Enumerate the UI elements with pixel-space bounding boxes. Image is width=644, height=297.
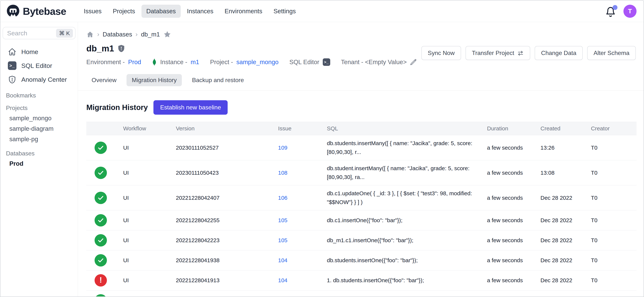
creator-cell: T0	[591, 135, 636, 160]
created-cell: 13:26	[540, 135, 591, 160]
status-icon: !	[94, 274, 107, 286]
nav-item[interactable]: Settings	[269, 5, 301, 18]
sync-now-button[interactable]: Sync Now	[422, 46, 461, 60]
sidebar-item-sql-editor[interactable]: >_ SQL Editor	[0, 59, 78, 73]
workflow-cell: UI	[123, 185, 176, 210]
nav-item[interactable]: Databases	[142, 5, 181, 18]
status-icon: !	[94, 142, 107, 154]
sidebar: ⌘ K Home >_ SQL Editor	[0, 22, 78, 296]
migration-heading: Migration History	[86, 103, 148, 112]
main-area: › Databases › db_m1 db_m1	[78, 22, 644, 296]
table-row: ! UI 20221228041913 104 1. db.students.i…	[86, 270, 636, 290]
search-input[interactable]	[7, 30, 56, 37]
sql-cell: db.c1.insertOne({"foo": "bar"});	[327, 210, 487, 230]
shield-alert-icon	[118, 45, 125, 52]
issue-link[interactable]: 109	[278, 145, 288, 151]
workflow-cell: UI	[123, 160, 176, 185]
status-icon: !	[94, 254, 107, 266]
column-header: Duration	[487, 122, 540, 135]
tab-item[interactable]: Backup and restore	[187, 74, 249, 86]
button-label: Transfer Project	[472, 50, 514, 57]
user-avatar[interactable]: T	[624, 5, 636, 18]
issue-link[interactable]: 104	[278, 257, 288, 263]
page-title: db_m1	[86, 43, 114, 54]
notification-bell-button[interactable]	[605, 6, 616, 17]
sidebar-item-label: Anomaly Center	[21, 76, 67, 83]
created-cell: Dec 28 2022	[540, 210, 591, 230]
database-env-item[interactable]: Prod	[0, 158, 78, 169]
shield-exclamation-icon	[8, 75, 16, 84]
column-header: Version	[176, 122, 278, 135]
instance-label: Instance -	[160, 59, 187, 66]
sql-cell: db.c1.updateOne( { _id: 3 }, [ { $set: {…	[327, 185, 487, 210]
creator-cell: T0	[591, 160, 636, 185]
sql-editor-link-label[interactable]: SQL Editor	[289, 59, 319, 66]
nav-item[interactable]: Environments	[220, 5, 267, 18]
table-row: ! UI 20221228042255 105 db.c1.insertOne(…	[86, 210, 636, 230]
duration-cell: a few seconds	[487, 210, 540, 230]
alter-schema-button[interactable]: Alter Schema	[587, 46, 636, 60]
duration-cell: a few seconds	[487, 290, 540, 297]
creator-cell: T0	[591, 185, 636, 210]
version-cell: 20221228035331	[176, 290, 278, 297]
project-item[interactable]: sample-diagram	[0, 123, 78, 134]
detail-tabs: Overview Migration History Backup and re…	[86, 74, 636, 90]
sql-editor-terminal-icon[interactable]: >_	[323, 58, 330, 66]
brand-name: Bytebase	[23, 6, 66, 17]
edit-pencil-icon[interactable]	[410, 59, 417, 66]
tab-item[interactable]: Overview	[86, 74, 122, 86]
issue-link[interactable]: 108	[278, 170, 288, 176]
home-icon	[8, 48, 16, 56]
project-label: Project -	[210, 59, 233, 66]
action-buttons: Sync Now Transfer Project Change Data	[422, 46, 636, 60]
button-label: Alter Schema	[594, 50, 630, 57]
projects-list: sample_mongosample-diagramsample-pg	[0, 113, 78, 144]
breadcrumb-databases[interactable]: Databases	[102, 31, 132, 38]
brand-logo[interactable]: Bytebase	[6, 4, 66, 18]
sql-cell: db.students.insertMany([ { name: "Jacika…	[327, 135, 487, 160]
main-nav: Issues Projects Databases Instances Envi…	[79, 5, 301, 18]
version-cell: 20221228042407	[176, 185, 278, 210]
nav-item[interactable]: Instances	[182, 5, 218, 18]
status-icon: !	[94, 214, 107, 226]
table-row: ! UI 20221228042407 106 db.c1.updateOne(…	[86, 185, 636, 210]
issue-link[interactable]: 106	[278, 195, 288, 201]
project-item[interactable]: sample_mongo	[0, 113, 78, 123]
status-cell: !	[86, 160, 123, 185]
table-header-row: WorkflowVersionIssueSQLDurationCreatedCr…	[86, 122, 636, 135]
environment-link[interactable]: Prod	[128, 59, 141, 66]
issue-link[interactable]: 105	[278, 217, 288, 223]
project-item[interactable]: sample-pg	[0, 134, 78, 144]
sidebar-item-label: SQL Editor	[21, 62, 52, 69]
sidebar-item-home[interactable]: Home	[0, 45, 78, 59]
instance-link[interactable]: m1	[190, 59, 199, 66]
top-navbar: Bytebase Issues Projects Databases Insta…	[0, 0, 644, 22]
bookmark-star-icon[interactable]	[163, 30, 171, 39]
issue-cell: 102	[278, 290, 327, 297]
breadcrumb-home-icon[interactable]	[86, 31, 94, 38]
sql-cell: 1. db.students.insertOne({"foo": "bar"})…	[327, 270, 487, 290]
workflow-cell: UI	[123, 210, 176, 230]
nav-item[interactable]: Issues	[79, 5, 106, 18]
created-cell: 13:08	[540, 160, 591, 185]
sidebar-item-anomaly-center[interactable]: Anomaly Center	[0, 73, 78, 86]
issue-cell: 104	[278, 250, 327, 270]
status-cell: !	[86, 185, 123, 210]
nav-item[interactable]: Projects	[108, 5, 140, 18]
issue-link[interactable]: 104	[278, 277, 288, 283]
terminal-icon: >_	[8, 61, 16, 70]
issue-link[interactable]: 105	[278, 237, 288, 243]
tabs-divider	[78, 90, 644, 91]
project-link[interactable]: sample_mongo	[236, 59, 279, 66]
establish-baseline-button[interactable]: Establish new baseline	[154, 100, 228, 115]
nav-right: T	[605, 5, 636, 18]
search-box[interactable]: ⌘ K	[2, 27, 76, 39]
transfer-project-button[interactable]: Transfer Project	[466, 46, 530, 60]
tab-item[interactable]: Migration History	[126, 74, 182, 86]
status-cell: !	[86, 210, 123, 230]
sql-cell: db.students.insertOne({"foo": "bar"});	[327, 250, 487, 270]
tenant-label: Tenant - <Empty Value>	[341, 59, 407, 66]
change-data-button[interactable]: Change Data	[535, 46, 583, 60]
column-header	[86, 122, 123, 135]
sidebar-section-bookmarks: Bookmarks	[6, 92, 78, 99]
